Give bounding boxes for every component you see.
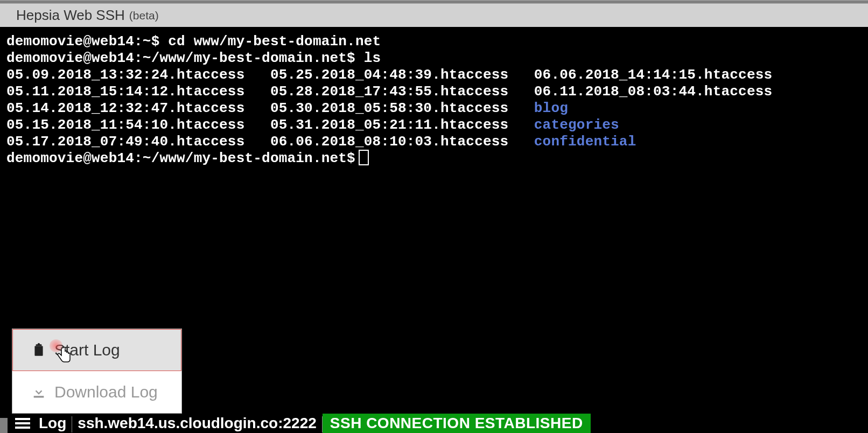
app-title: Hepsia Web SSH <box>16 7 125 24</box>
ls-directory: categories <box>534 117 619 133</box>
ls-file: 05.30.2018_05:58:30.htaccess <box>270 100 508 116</box>
clipboard-icon <box>31 342 47 358</box>
ls-file: 05.14.2018_12:32:47.htaccess <box>6 100 244 116</box>
title-bar: Hepsia Web SSH (beta) <box>0 4 868 27</box>
terminal-line: demomovie@web14:~/www/my-best-domain.net… <box>6 50 381 66</box>
host-display: ssh.web14.us.cloudlogin.co:2222 <box>72 414 321 433</box>
status-bar: Log ssh.web14.us.cloudlogin.co:2222 SSH … <box>8 414 868 433</box>
hamburger-icon[interactable] <box>8 417 33 429</box>
terminal-cursor[interactable] <box>359 150 369 165</box>
ls-file: 06.06.2018_08:10:03.htaccess <box>270 134 508 150</box>
host-text: ssh.web14.us.cloudlogin.co:2222 <box>78 415 316 432</box>
svg-rect-0 <box>34 346 43 355</box>
connection-status: SSH CONNECTION ESTABLISHED <box>323 414 591 433</box>
ls-file: 05.28.2018_17:43:55.htaccess <box>270 83 508 100</box>
download-icon <box>31 384 47 400</box>
log-button[interactable]: Log <box>33 414 72 433</box>
start-log-menu-item[interactable]: Start Log <box>12 329 181 371</box>
terminal-line: demomovie@web14:~$ cd www/my-best-domain… <box>6 33 381 50</box>
ls-file: 06.11.2018_08:03:44.htaccess <box>534 83 772 100</box>
ls-directory: confidential <box>534 134 636 150</box>
window-chrome-top <box>0 0 868 4</box>
ls-file: 05.09.2018_13:32:24.htaccess <box>6 67 244 83</box>
ls-file: 05.31.2018_05:21:11.htaccess <box>270 117 508 133</box>
connection-status-text: SSH CONNECTION ESTABLISHED <box>330 415 583 432</box>
log-popup-menu: Start Log Download Log <box>12 329 182 414</box>
terminal-prompt: demomovie@web14:~/www/my-best-domain.net… <box>6 150 355 166</box>
ls-file: 05.15.2018_11:54:10.htaccess <box>6 117 244 133</box>
menu-item-label: Start Log <box>54 341 120 359</box>
ls-file: 05.25.2018_04:48:39.htaccess <box>270 67 508 83</box>
ls-file: 05.11.2018_15:14:12.htaccess <box>6 83 244 100</box>
menu-item-label: Download Log <box>54 383 158 401</box>
ls-file: 06.06.2018_14:14:15.htaccess <box>534 67 772 83</box>
download-log-menu-item[interactable]: Download Log <box>12 371 181 413</box>
log-button-label: Log <box>39 415 66 432</box>
app-title-suffix: (beta) <box>129 9 159 22</box>
ls-directory: blog <box>534 100 568 116</box>
ls-file: 05.17.2018_07:49:40.htaccess <box>6 134 244 150</box>
